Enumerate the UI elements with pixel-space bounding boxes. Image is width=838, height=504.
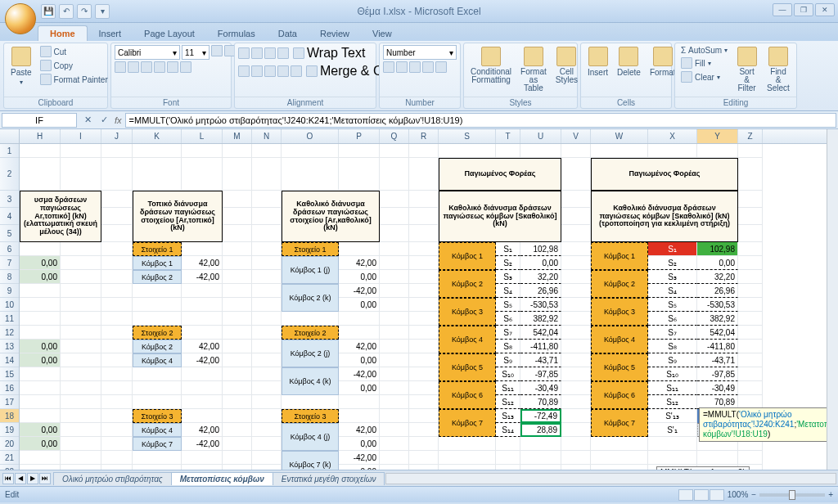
cell[interactable] — [561, 367, 591, 381]
cell[interactable] — [520, 437, 561, 451]
min-button[interactable]: — — [773, 3, 792, 16]
cell[interactable] — [409, 465, 439, 470]
p-8[interactable]: 0,00 — [339, 270, 380, 284]
underline-icon[interactable] — [141, 61, 152, 73]
view-break[interactable] — [710, 489, 724, 501]
cell[interactable] — [223, 395, 252, 409]
header-wxy-top[interactable]: Παγιωμένος Φορέας — [591, 158, 738, 191]
font-color-icon[interactable] — [180, 61, 191, 73]
fx-icon[interactable]: fx — [115, 115, 122, 125]
s-kombos5[interactable]: Κόμβος 5 — [439, 353, 496, 381]
row-header-22[interactable]: 22 — [0, 465, 19, 470]
x-s10[interactable]: S₁₀ — [648, 367, 697, 381]
header-hi[interactable]: υσμα δράσεων παγιώσεως Ar,τοπικό] (kN) (… — [20, 191, 101, 242]
row-header-12[interactable]: 12 — [0, 326, 19, 340]
cell[interactable] — [561, 340, 591, 353]
dec-dec-icon[interactable] — [435, 61, 447, 73]
italic-icon[interactable] — [128, 61, 139, 73]
s-kombos2[interactable]: Κόμβος 2 — [439, 270, 496, 298]
cell[interactable] — [520, 465, 561, 470]
col-header-J[interactable]: J — [101, 129, 133, 143]
cell[interactable] — [380, 326, 409, 340]
cell[interactable] — [561, 395, 591, 409]
cell[interactable] — [380, 312, 409, 326]
cell[interactable] — [591, 144, 648, 158]
cell[interactable] — [223, 191, 252, 208]
y-15[interactable]: -97,85 — [697, 367, 738, 381]
cell[interactable] — [738, 312, 763, 326]
cell[interactable] — [439, 437, 496, 451]
y-16[interactable]: -30,49 — [697, 381, 738, 395]
o-k4j[interactable]: Κόμβος 4 (j) — [282, 423, 339, 451]
cell[interactable] — [380, 298, 409, 312]
t-s13[interactable]: S₁₃ — [496, 409, 520, 423]
header-kl[interactable]: Τοπικό διάνυσμα δράσεων παγιώσεως στοιχε… — [133, 191, 223, 242]
x-s4[interactable]: S₄ — [648, 284, 697, 298]
col-header-Y[interactable]: Y — [697, 129, 738, 143]
currency-icon[interactable] — [383, 61, 394, 73]
cell[interactable] — [380, 451, 409, 465]
u-12[interactable]: 542,04 — [520, 326, 561, 340]
cell[interactable] — [282, 144, 339, 158]
cell[interactable] — [252, 395, 282, 409]
cell[interactable] — [738, 353, 763, 367]
office-orb[interactable] — [5, 3, 36, 34]
cell[interactable] — [101, 340, 133, 353]
cell[interactable] — [223, 381, 252, 395]
p-22[interactable]: 0,00 — [339, 465, 380, 470]
row-header-18[interactable]: 18 — [0, 409, 19, 423]
cell[interactable] — [20, 284, 61, 298]
wrap-text-button[interactable]: Wrap Text — [291, 45, 367, 61]
max-button[interactable]: ❐ — [794, 3, 813, 16]
autosum-button[interactable]: Σ AutoSum▾ — [678, 45, 730, 56]
cell[interactable] — [223, 465, 252, 470]
cell[interactable] — [252, 326, 282, 340]
k-kombos4b[interactable]: Κόμβος 4 — [133, 423, 182, 437]
y-6-green[interactable]: 102,98 — [697, 242, 738, 256]
t-s6[interactable]: S₆ — [496, 312, 520, 326]
sheet-tab-2[interactable]: Εντατικά μεγέθη στοιχείων — [273, 472, 385, 485]
cell[interactable] — [101, 451, 133, 465]
cell[interactable] — [61, 284, 101, 298]
cell[interactable] — [182, 312, 223, 326]
cell[interactable] — [738, 451, 763, 465]
cell[interactable] — [61, 144, 101, 158]
align-middle-icon[interactable] — [251, 47, 263, 59]
cell[interactable] — [409, 340, 439, 353]
header-wxy[interactable]: Καθολικό διάνυσμα δράσεων παγιώσεως κόμβ… — [591, 191, 738, 242]
u-18[interactable]: -72,49 — [520, 409, 561, 423]
cell[interactable] — [282, 158, 339, 191]
cell[interactable] — [182, 381, 223, 395]
cell[interactable] — [101, 326, 133, 340]
row-header-14[interactable]: 14 — [0, 353, 19, 367]
cell[interactable] — [223, 340, 252, 353]
l-19[interactable]: 42,00 — [182, 423, 223, 437]
format-as-table-button[interactable]: Format as Table — [517, 45, 550, 94]
y-9[interactable]: 26,96 — [697, 284, 738, 298]
row-header-6[interactable]: 6 — [0, 242, 19, 256]
row-header-16[interactable]: 16 — [0, 381, 19, 395]
x-s3[interactable]: S₃ — [648, 270, 697, 284]
cell[interactable] — [101, 298, 133, 312]
cell[interactable] — [561, 256, 591, 270]
cell[interactable] — [101, 409, 133, 423]
u-9[interactable]: 26,96 — [520, 284, 561, 298]
cell[interactable] — [380, 225, 409, 242]
h-8[interactable]: 0,00 — [20, 270, 61, 284]
cell[interactable] — [101, 353, 133, 367]
cell[interactable] — [738, 208, 763, 225]
t-s9[interactable]: S₉ — [496, 353, 520, 367]
cell[interactable] — [133, 367, 182, 381]
row-header-10[interactable]: 10 — [0, 298, 19, 312]
cell[interactable] — [252, 409, 282, 423]
col-header-O[interactable]: O — [282, 129, 339, 143]
bold-icon[interactable] — [115, 61, 126, 73]
t-s8[interactable]: S₈ — [496, 340, 520, 353]
stoixeio-2-o[interactable]: Στοιχείο 2 — [282, 326, 339, 340]
u-13[interactable]: -411,80 — [520, 340, 561, 353]
row-header-4[interactable]: 4 — [0, 208, 19, 225]
col-header-H[interactable]: H — [20, 129, 61, 143]
insert-cells-button[interactable]: Insert — [584, 45, 611, 79]
cell[interactable] — [252, 367, 282, 381]
cell[interactable] — [339, 242, 380, 256]
